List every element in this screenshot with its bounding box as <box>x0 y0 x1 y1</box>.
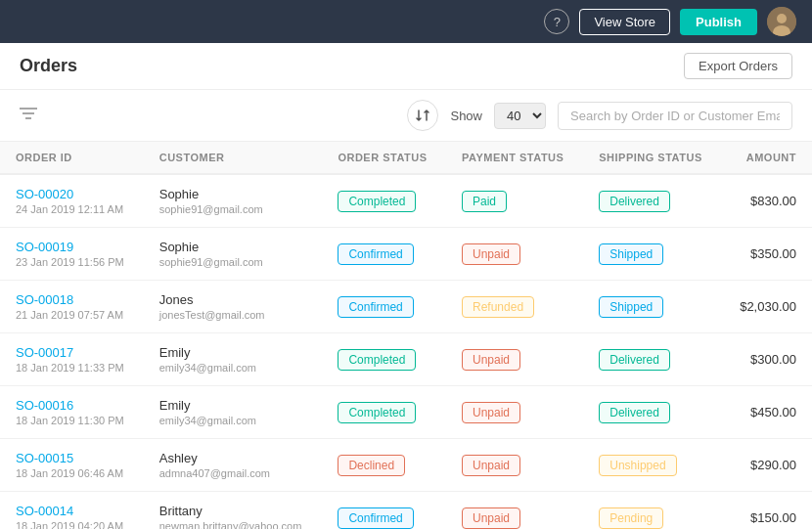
payment-status-badge: Refunded <box>462 296 534 318</box>
payment-status-badge: Unpaid <box>462 455 520 476</box>
order-date: 18 Jan 2019 04:20 AM <box>16 520 128 529</box>
order-id-link[interactable]: SO-00018 <box>16 292 128 307</box>
customer-cell: Brittany newman.brittany@yahoo.com <box>144 492 323 530</box>
shipping-status-badge: Delivered <box>599 191 670 212</box>
amount-cell: $300.00 <box>722 333 812 386</box>
customer-email: emily34@gmail.com <box>159 415 307 426</box>
amount-cell: $150.00 <box>722 492 812 530</box>
order-date: 18 Jan 2019 06:46 AM <box>16 467 128 479</box>
order-date: 18 Jan 2019 11:30 PM <box>16 415 128 426</box>
payment-status-badge: Unpaid <box>462 402 520 423</box>
table-row[interactable]: SO-00018 21 Jan 2019 07:57 AM Jones jone… <box>0 281 812 333</box>
table-row[interactable]: SO-00017 18 Jan 2019 11:33 PM Emily emil… <box>0 333 812 386</box>
show-select[interactable]: 40 10 20 80 <box>494 103 546 129</box>
order-id-cell: SO-00016 18 Jan 2019 11:30 PM <box>0 386 144 439</box>
col-customer: CUSTOMER <box>144 142 323 174</box>
table-row[interactable]: SO-00016 18 Jan 2019 11:30 PM Emily emil… <box>0 386 812 439</box>
shipping-status-cell: Delivered <box>583 333 721 386</box>
shipping-status-cell: Delivered <box>583 174 721 228</box>
search-input[interactable] <box>558 102 792 130</box>
customer-name: Brittany <box>159 504 307 518</box>
view-store-button[interactable]: View Store <box>579 9 670 35</box>
table-row[interactable]: SO-00020 24 Jan 2019 12:11 AM Sophie sop… <box>0 174 812 228</box>
order-status-badge: Completed <box>338 191 416 212</box>
payment-status-cell: Paid <box>446 174 583 228</box>
sort-button[interactable] <box>407 100 438 131</box>
order-id-cell: SO-00015 18 Jan 2019 06:46 AM <box>0 439 144 492</box>
shipping-status-cell: Pending <box>583 492 721 530</box>
order-status-cell: Confirmed <box>322 281 446 333</box>
order-id-link[interactable]: SO-00016 <box>16 398 128 413</box>
order-status-badge: Completed <box>338 402 416 423</box>
payment-status-cell: Unpaid <box>446 228 583 281</box>
customer-cell: Emily emily34@gmail.com <box>144 333 323 386</box>
payment-status-cell: Unpaid <box>446 386 583 439</box>
shipping-status-badge: Pending <box>599 507 663 529</box>
shipping-status-badge: Delivered <box>599 349 670 371</box>
filter-icon[interactable] <box>20 107 37 124</box>
order-status-badge: Confirmed <box>338 296 413 318</box>
shipping-status-cell: Unshipped <box>583 439 721 492</box>
order-status-badge: Declined <box>338 455 405 476</box>
shipping-status-badge: Shipped <box>599 296 663 318</box>
col-payment-status: PAYMENT STATUS <box>446 142 583 174</box>
order-id-cell: SO-00017 18 Jan 2019 11:33 PM <box>0 333 144 386</box>
order-id-link[interactable]: SO-00019 <box>16 240 128 254</box>
order-id-link[interactable]: SO-00015 <box>16 451 128 465</box>
amount-cell: $830.00 <box>722 174 812 228</box>
customer-name: Emily <box>159 398 307 413</box>
payment-status-badge: Unpaid <box>462 507 520 529</box>
order-id-cell: SO-00019 23 Jan 2019 11:56 PM <box>0 228 144 281</box>
order-id-link[interactable]: SO-00014 <box>16 504 128 518</box>
order-status-cell: Completed <box>322 174 446 228</box>
publish-button[interactable]: Publish <box>680 9 757 35</box>
table-row[interactable]: SO-00014 18 Jan 2019 04:20 AM Brittany n… <box>0 492 812 530</box>
table-row[interactable]: SO-00015 18 Jan 2019 06:46 AM Ashley adm… <box>0 439 812 492</box>
order-id-cell: SO-00018 21 Jan 2019 07:57 AM <box>0 281 144 333</box>
order-id-link[interactable]: SO-00020 <box>16 187 128 201</box>
order-status-cell: Confirmed <box>322 228 446 281</box>
amount-cell: $2,030.00 <box>722 281 812 333</box>
col-order-id: ORDER ID <box>0 142 144 174</box>
payment-status-cell: Unpaid <box>446 333 583 386</box>
order-date: 18 Jan 2019 11:33 PM <box>16 362 128 374</box>
shipping-status-badge: Unshipped <box>599 455 676 476</box>
amount-cell: $350.00 <box>722 228 812 281</box>
order-status-badge: Confirmed <box>338 243 413 265</box>
customer-name: Sophie <box>159 187 307 201</box>
orders-table: ORDER ID CUSTOMER ORDER STATUS PAYMENT S… <box>0 142 812 529</box>
col-shipping-status: SHIPPING STATUS <box>583 142 721 174</box>
customer-name: Sophie <box>159 240 307 254</box>
order-id-cell: SO-00020 24 Jan 2019 12:11 AM <box>0 174 144 228</box>
customer-cell: Jones jonesTest@gmail.com <box>144 281 323 333</box>
customer-cell: Emily emily34@gmail.com <box>144 386 323 439</box>
order-id-link[interactable]: SO-00017 <box>16 345 128 360</box>
shipping-status-cell: Delivered <box>583 386 721 439</box>
customer-name: Jones <box>159 292 307 307</box>
payment-status-badge: Unpaid <box>462 243 520 265</box>
payment-status-cell: Refunded <box>446 281 583 333</box>
customer-email: newman.brittany@yahoo.com <box>159 520 307 529</box>
customer-cell: Sophie sophie91@gmail.com <box>144 174 323 228</box>
export-orders-button[interactable]: Export Orders <box>684 53 792 79</box>
customer-email: emily34@gmail.com <box>159 362 307 374</box>
amount-cell: $290.00 <box>722 439 812 492</box>
page-title: Orders <box>20 56 77 76</box>
payment-status-badge: Paid <box>462 191 507 212</box>
order-status-cell: Declined <box>322 439 446 492</box>
customer-email: sophie91@gmail.com <box>159 256 307 268</box>
shipping-status-badge: Delivered <box>599 402 670 423</box>
order-status-cell: Completed <box>322 386 446 439</box>
col-amount: AMOUNT <box>722 142 812 174</box>
payment-status-badge: Unpaid <box>462 349 520 371</box>
svg-point-1 <box>777 14 787 23</box>
table-header-row: ORDER ID CUSTOMER ORDER STATUS PAYMENT S… <box>0 142 812 174</box>
payment-status-cell: Unpaid <box>446 439 583 492</box>
toolbar: Show 40 10 20 80 <box>0 90 812 142</box>
shipping-status-cell: Shipped <box>583 228 721 281</box>
shipping-status-cell: Shipped <box>583 281 721 333</box>
help-icon[interactable]: ? <box>544 9 569 34</box>
table-row[interactable]: SO-00019 23 Jan 2019 11:56 PM Sophie sop… <box>0 228 812 281</box>
avatar[interactable] <box>767 7 796 36</box>
shipping-status-badge: Shipped <box>599 243 663 265</box>
